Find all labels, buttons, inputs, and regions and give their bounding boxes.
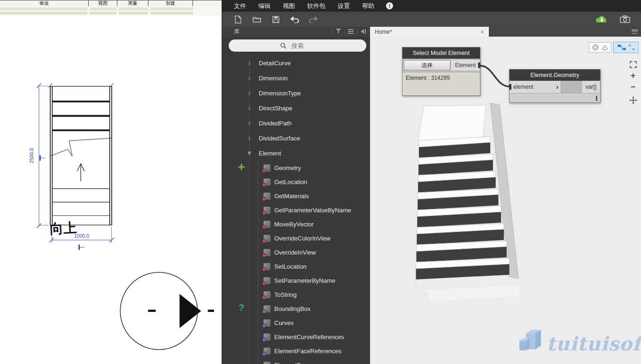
revit-tab-视图[interactable]: 视图	[89, 0, 117, 6]
camera-screenshot-button[interactable]	[616, 13, 634, 25]
menu-item-文件[interactable]: 文件	[228, 0, 252, 12]
default-value-icon[interactable]: ›	[556, 84, 558, 90]
library-item-BoundingBox[interactable]: BoundingBox	[222, 302, 370, 316]
geometry-view-toggle[interactable]	[589, 42, 611, 53]
library-item-label: DetailCurve	[259, 60, 291, 67]
zoom-fit-button[interactable]	[628, 59, 638, 70]
chevron-right-icon[interactable]: ›	[244, 134, 255, 142]
tab-home[interactable]: Home* ×	[370, 27, 489, 37]
dim-vertical-text[interactable]: 2500.0	[29, 148, 34, 163]
cloud-export-button[interactable]	[592, 13, 611, 25]
library-item-Dimension[interactable]: ›Dimension	[222, 70, 370, 85]
redo-button[interactable]	[304, 13, 323, 25]
library-item-GetLocation[interactable]: GetLocation	[222, 175, 370, 189]
node-footer	[510, 93, 600, 102]
pan-button[interactable]	[628, 95, 638, 105]
chevron-right-icon[interactable]: ›	[244, 119, 255, 127]
menubar-items: 文件编辑视图软件包设置帮助	[228, 0, 380, 12]
library-item-SetParameterByName[interactable]: SetParameterByName	[222, 273, 370, 287]
select-button[interactable]: 选择	[404, 60, 450, 70]
library-item-DimensionType[interactable]: ›DimensionType	[222, 85, 370, 101]
library-layout-icon[interactable]	[348, 29, 354, 35]
library-item-Curves[interactable]: Curves	[222, 316, 370, 330]
revit-tab-修改[interactable]: 修改	[0, 0, 89, 6]
library-item-OverrideInView[interactable]: OverrideInView	[222, 245, 370, 259]
workspace-menu-icon[interactable]	[632, 30, 638, 34]
library-item-label: Dimension	[259, 75, 287, 82]
library-item-label: DividedSurface	[259, 135, 300, 142]
library-filter-icon[interactable]	[336, 29, 341, 35]
library-item-ToString[interactable]: ToString	[222, 287, 370, 302]
chevron-right-icon[interactable]: ›	[244, 104, 255, 112]
chevron-right-icon[interactable]: ›	[244, 89, 255, 97]
library-item-ElementFaceReferences[interactable]: ElementFaceReferences	[222, 344, 370, 358]
input-port-notch[interactable]	[509, 84, 511, 90]
node-element-geometry[interactable]: Element.Geometry element › var[]	[509, 69, 601, 103]
zoom-out-button[interactable]: −	[628, 82, 638, 92]
node-select-model-element[interactable]: Select Model Element 选择 Element Element …	[402, 47, 480, 96]
chevron-right-icon[interactable]: ›	[244, 74, 255, 82]
stair-plan: 向上	[49, 86, 112, 236]
library-header-icons	[332, 27, 366, 37]
new-file-button[interactable]	[229, 13, 247, 25]
library-item-label: ElementType	[274, 362, 310, 364]
search-input[interactable]	[229, 39, 366, 52]
graph-view-toggle[interactable]	[613, 42, 639, 53]
output-port-notch[interactable]	[478, 62, 480, 68]
library-header: 库	[222, 27, 370, 37]
library-item-GetParameterValueByName[interactable]: GetParameterValueByName	[222, 203, 370, 217]
library-item-GetMaterials[interactable]: GetMaterials	[222, 189, 370, 203]
node-graph-icon	[618, 44, 626, 51]
library-item-label: OverrideColorInView	[274, 235, 331, 242]
lacing-indicator[interactable]	[596, 96, 597, 101]
action-member-icon	[263, 277, 270, 284]
library-item-label: SetLocation	[274, 263, 307, 270]
menu-item-编辑[interactable]: 编辑	[252, 0, 277, 12]
output-port-element[interactable]: Element	[450, 60, 480, 70]
output-port-var[interactable]: var[]	[581, 81, 600, 93]
revit-tab-创建[interactable]: 创建	[148, 0, 193, 6]
library-item-DividedPath[interactable]: ›DividedPath	[222, 116, 370, 131]
library-item-DividedSurface[interactable]: ›DividedSurface	[222, 131, 370, 146]
save-button[interactable]	[266, 13, 285, 25]
open-file-button[interactable]	[247, 13, 266, 25]
action-member-icon	[263, 193, 270, 200]
library-collapse-icon[interactable]	[361, 29, 366, 35]
library-item-MoveByVector[interactable]: MoveByVector	[222, 217, 370, 231]
chevron-down-icon[interactable]: ▾	[244, 149, 255, 157]
library-item-label: Element	[259, 150, 281, 157]
menu-item-软件包[interactable]: 软件包	[301, 0, 332, 12]
library-item-label: ElementFaceReferences	[274, 348, 341, 355]
library-item-SetLocation[interactable]: SetLocation	[222, 259, 370, 273]
library-item-ElementCurveReferences[interactable]: ElementCurveReferences	[222, 330, 370, 344]
library-item-ElementType[interactable]: ElementType	[222, 358, 370, 364]
query-member-icon	[263, 333, 270, 341]
dim-horizontal-text[interactable]: 1000.0	[74, 233, 89, 239]
tab-close-icon[interactable]: ×	[480, 29, 484, 35]
watermark-name: tuituisoft	[547, 334, 641, 353]
library-item-DirectShape[interactable]: ›DirectShape	[222, 101, 370, 116]
library-item-DetailCurve[interactable]: ›DetailCurve	[222, 55, 370, 70]
library-item-label: ElementCurveReferences	[274, 333, 344, 341]
library-item-OverrideColorInView[interactable]: OverrideColorInView	[222, 231, 370, 245]
library-item-Element[interactable]: ▾Element	[222, 146, 370, 161]
action-member-icon	[263, 207, 270, 214]
undo-button[interactable]	[285, 13, 304, 25]
revit-drawing-area[interactable]: 向上 2500.0 1000.0	[0, 16, 222, 364]
input-port-element[interactable]: element ›	[510, 81, 561, 93]
node-title[interactable]: Element.Geometry	[510, 70, 600, 81]
node-title[interactable]: Select Model Element	[402, 47, 480, 59]
revit-tab-测量[interactable]: 测量	[117, 0, 148, 6]
library-title: 库	[234, 28, 239, 36]
menu-item-视图[interactable]: 视图	[277, 0, 301, 12]
toolbar-right	[592, 13, 641, 25]
notification-alert-icon[interactable]: !	[386, 2, 393, 9]
menu-item-帮助[interactable]: 帮助	[356, 0, 380, 12]
chevron-right-icon[interactable]: ›	[244, 59, 255, 67]
menu-item-设置[interactable]: 设置	[332, 0, 356, 12]
revit-panel-strip	[0, 7, 222, 15]
library-item-Geometry[interactable]: Geometry	[222, 161, 370, 175]
section-marker[interactable]	[120, 272, 214, 349]
zoom-in-button[interactable]: +	[628, 70, 638, 81]
dynamo-canvas[interactable]: Select Model Element 选择 Element Element …	[370, 37, 641, 364]
